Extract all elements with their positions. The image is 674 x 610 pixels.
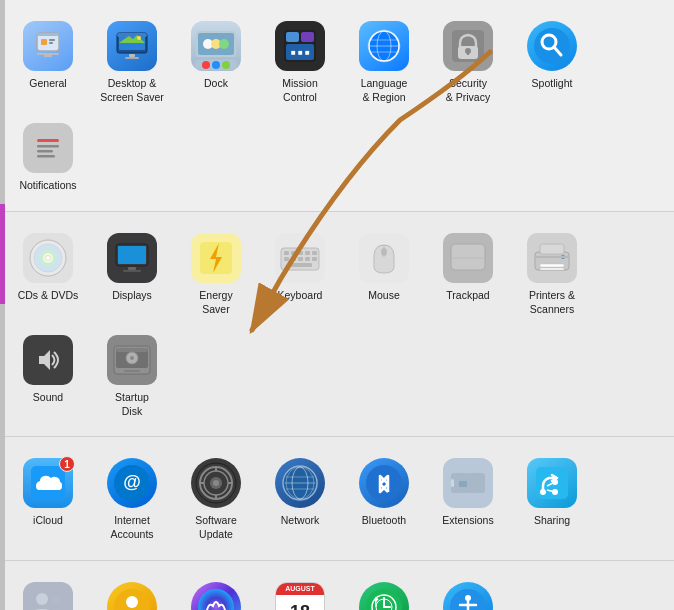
general-icon: [22, 20, 74, 72]
item-desktop[interactable]: Desktop &Screen Saver: [92, 12, 172, 110]
general-label: General: [29, 77, 66, 91]
desktop-label: Desktop &Screen Saver: [100, 77, 164, 104]
item-date[interactable]: AUGUST 18 Date & Time: [260, 573, 340, 610]
item-parental[interactable]: ParentalControls: [92, 573, 172, 610]
item-sound[interactable]: Sound: [8, 326, 88, 424]
svg-rect-43: [37, 145, 59, 148]
item-software-update[interactable]: SoftwareUpdate: [176, 449, 256, 547]
item-notifications[interactable]: Notifications: [8, 114, 88, 199]
svg-point-17: [219, 39, 229, 49]
sound-label: Sound: [33, 391, 63, 405]
svg-text:■ ■ ■: ■ ■ ■: [291, 48, 310, 57]
spotlight-icon: [526, 20, 578, 72]
svg-text:@: @: [123, 472, 141, 492]
svg-point-10: [137, 36, 141, 40]
item-icloud[interactable]: 1 iCloud: [8, 449, 88, 547]
item-mouse[interactable]: Mouse: [344, 224, 424, 322]
item-bluetooth[interactable]: Bluetooth: [344, 449, 424, 547]
item-timemachine[interactable]: TimeMachine: [344, 573, 424, 610]
accessibility-icon: [442, 581, 494, 610]
spotlight-label: Spotlight: [532, 77, 573, 91]
item-extensions[interactable]: Extensions: [428, 449, 508, 547]
software-update-label: SoftwareUpdate: [195, 514, 236, 541]
software-update-icon: [190, 457, 242, 509]
svg-rect-4: [49, 42, 53, 44]
energy-label: EnergySaver: [199, 289, 232, 316]
svg-rect-1: [37, 33, 59, 36]
section-personal: General Desktop &Screen Saver: [0, 0, 674, 212]
icloud-icon: 1: [22, 457, 74, 509]
item-accessibility[interactable]: Accessibility: [428, 573, 508, 610]
item-mission[interactable]: ■ ■ ■ MissionControl: [260, 12, 340, 110]
item-energy[interactable]: EnergySaver: [176, 224, 256, 322]
svg-rect-41: [32, 132, 64, 164]
item-users[interactable]: Users &Groups: [8, 573, 88, 610]
item-printers[interactable]: Printers &Scanners: [512, 224, 592, 322]
startup-icon: [106, 334, 158, 386]
item-internet-accounts[interactable]: @ InternetAccounts: [92, 449, 172, 547]
displays-icon: [106, 232, 158, 284]
extensions-icon: [442, 457, 494, 509]
cds-label: CDs & DVDs: [18, 289, 79, 303]
svg-rect-74: [540, 264, 564, 267]
svg-point-38: [534, 28, 570, 64]
svg-point-20: [212, 61, 220, 69]
svg-rect-70: [451, 244, 485, 270]
svg-rect-77: [535, 256, 569, 258]
section-internet: 1 iCloud @ InternetAccounts: [0, 437, 674, 560]
svg-point-84: [130, 356, 134, 360]
svg-rect-3: [49, 39, 55, 41]
security-icon: [442, 20, 494, 72]
item-network[interactable]: Network: [260, 449, 340, 547]
item-sharing[interactable]: Sharing: [512, 449, 592, 547]
language-label: Language& Region: [361, 77, 408, 104]
svg-rect-12: [125, 57, 139, 59]
svg-rect-72: [535, 252, 569, 270]
svg-rect-11: [129, 54, 135, 57]
keyboard-icon: [274, 232, 326, 284]
security-label: Security& Privacy: [446, 77, 490, 104]
svg-rect-54: [123, 270, 141, 272]
svg-rect-73: [540, 244, 564, 254]
dock-icon: [190, 20, 242, 72]
svg-rect-45: [37, 155, 55, 158]
item-siri[interactable]: Siri: [176, 573, 256, 610]
notifications-icon: [22, 122, 74, 174]
item-security[interactable]: Security& Privacy: [428, 12, 508, 110]
svg-rect-2: [41, 39, 47, 45]
svg-rect-65: [305, 257, 310, 261]
network-icon: [274, 457, 326, 509]
svg-rect-58: [291, 251, 296, 255]
svg-rect-53: [128, 267, 136, 270]
item-keyboard[interactable]: Keyboard: [260, 224, 340, 322]
item-general[interactable]: General: [8, 12, 88, 110]
svg-point-105: [366, 465, 402, 501]
svg-rect-9: [117, 33, 147, 37]
item-startup[interactable]: StartupDisk: [92, 326, 172, 424]
svg-point-19: [202, 61, 210, 69]
startup-label: StartupDisk: [115, 391, 149, 418]
svg-rect-61: [312, 251, 317, 255]
parental-icon: [106, 581, 158, 610]
svg-rect-63: [291, 257, 296, 261]
users-icon: [22, 581, 74, 610]
bluetooth-icon: [358, 457, 410, 509]
svg-rect-52: [118, 246, 146, 264]
item-dock[interactable]: Dock: [176, 12, 256, 110]
keyboard-label: Keyboard: [278, 289, 323, 303]
desktop-icon: [106, 20, 158, 72]
svg-point-119: [126, 596, 138, 608]
svg-rect-62: [284, 257, 289, 261]
item-language[interactable]: Language& Region: [344, 12, 424, 110]
svg-point-21: [222, 61, 230, 69]
sharing-icon: [526, 457, 578, 509]
item-trackpad[interactable]: Trackpad: [428, 224, 508, 322]
sound-icon: [22, 334, 74, 386]
svg-rect-57: [284, 251, 289, 255]
item-spotlight[interactable]: Spotlight: [512, 12, 592, 110]
item-cds[interactable]: CDs & DVDs: [8, 224, 88, 322]
timemachine-icon: [358, 581, 410, 610]
svg-rect-81: [116, 348, 148, 352]
svg-rect-111: [451, 479, 454, 487]
item-displays[interactable]: Displays: [92, 224, 172, 322]
